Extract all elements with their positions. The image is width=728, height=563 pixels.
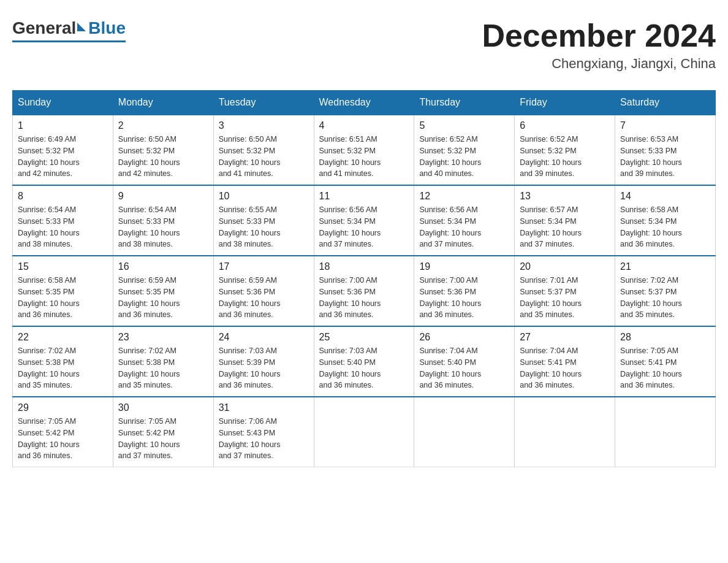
calendar-header-tuesday: Tuesday	[213, 91, 314, 115]
calendar-cell: 16 Sunrise: 6:59 AMSunset: 5:35 PMDaylig…	[113, 256, 213, 326]
day-info: Sunrise: 6:51 AMSunset: 5:32 PMDaylight:…	[319, 135, 381, 178]
day-number: 20	[520, 261, 610, 272]
day-info: Sunrise: 6:50 AMSunset: 5:32 PMDaylight:…	[219, 135, 281, 178]
day-number: 10	[219, 191, 309, 202]
calendar-cell: 17 Sunrise: 6:59 AMSunset: 5:36 PMDaylig…	[213, 256, 314, 326]
day-info: Sunrise: 7:05 AMSunset: 5:41 PMDaylight:…	[620, 347, 682, 389]
day-number: 5	[419, 120, 509, 131]
calendar-week-4: 22 Sunrise: 7:02 AMSunset: 5:38 PMDaylig…	[13, 326, 716, 397]
day-info: Sunrise: 6:54 AMSunset: 5:33 PMDaylight:…	[118, 205, 180, 248]
calendar-week-3: 15 Sunrise: 6:58 AMSunset: 5:35 PMDaylig…	[13, 256, 716, 326]
calendar-cell: 22 Sunrise: 7:02 AMSunset: 5:38 PMDaylig…	[13, 326, 113, 397]
calendar-cell	[414, 397, 515, 467]
day-info: Sunrise: 7:06 AMSunset: 5:43 PMDaylight:…	[219, 417, 281, 460]
day-number: 18	[319, 261, 409, 272]
day-info: Sunrise: 6:57 AMSunset: 5:34 PMDaylight:…	[520, 205, 582, 248]
day-info: Sunrise: 6:58 AMSunset: 5:34 PMDaylight:…	[620, 205, 682, 248]
day-info: Sunrise: 7:02 AMSunset: 5:38 PMDaylight:…	[118, 347, 180, 389]
calendar-week-1: 1 Sunrise: 6:49 AMSunset: 5:32 PMDayligh…	[13, 115, 716, 185]
calendar-week-2: 8 Sunrise: 6:54 AMSunset: 5:33 PMDayligh…	[13, 185, 716, 256]
calendar-cell: 23 Sunrise: 7:02 AMSunset: 5:38 PMDaylig…	[113, 326, 213, 397]
day-info: Sunrise: 7:03 AMSunset: 5:39 PMDaylight:…	[219, 347, 281, 389]
day-number: 29	[18, 402, 108, 413]
day-number: 23	[118, 332, 208, 343]
calendar-table: SundayMondayTuesdayWednesdayThursdayFrid…	[12, 90, 716, 467]
logo: General Blue	[12, 18, 126, 42]
day-number: 3	[219, 120, 309, 131]
day-number: 13	[520, 191, 610, 202]
calendar-cell: 26 Sunrise: 7:04 AMSunset: 5:40 PMDaylig…	[414, 326, 515, 397]
day-number: 1	[18, 120, 108, 131]
calendar-cell: 18 Sunrise: 7:00 AMSunset: 5:36 PMDaylig…	[314, 256, 414, 326]
day-number: 31	[219, 402, 309, 413]
day-number: 28	[620, 332, 710, 343]
calendar-cell: 7 Sunrise: 6:53 AMSunset: 5:33 PMDayligh…	[615, 115, 716, 185]
day-number: 15	[18, 261, 108, 272]
calendar-cell	[314, 397, 414, 467]
day-info: Sunrise: 6:56 AMSunset: 5:34 PMDaylight:…	[419, 205, 481, 248]
day-info: Sunrise: 7:03 AMSunset: 5:40 PMDaylight:…	[319, 347, 381, 389]
day-number: 17	[219, 261, 309, 272]
day-number: 9	[118, 191, 208, 202]
month-title: December 2024	[482, 18, 716, 53]
day-info: Sunrise: 7:04 AMSunset: 5:41 PMDaylight:…	[520, 347, 582, 389]
logo-blue-text: Blue	[88, 18, 126, 38]
calendar-cell	[615, 397, 716, 467]
day-number: 30	[118, 402, 208, 413]
logo-underline	[12, 40, 126, 42]
day-info: Sunrise: 6:52 AMSunset: 5:32 PMDaylight:…	[419, 135, 481, 178]
calendar-cell	[515, 397, 615, 467]
day-number: 16	[118, 261, 208, 272]
calendar-header-wednesday: Wednesday	[314, 91, 414, 115]
calendar-cell: 12 Sunrise: 6:56 AMSunset: 5:34 PMDaylig…	[414, 185, 515, 256]
calendar-cell: 8 Sunrise: 6:54 AMSunset: 5:33 PMDayligh…	[13, 185, 113, 256]
calendar-cell: 20 Sunrise: 7:01 AMSunset: 5:37 PMDaylig…	[515, 256, 615, 326]
day-number: 14	[620, 191, 710, 202]
day-number: 4	[319, 120, 409, 131]
day-info: Sunrise: 6:59 AMSunset: 5:36 PMDaylight:…	[219, 276, 281, 319]
calendar-week-5: 29 Sunrise: 7:05 AMSunset: 5:42 PMDaylig…	[13, 397, 716, 467]
day-info: Sunrise: 6:58 AMSunset: 5:35 PMDaylight:…	[18, 276, 80, 319]
calendar-cell: 15 Sunrise: 6:58 AMSunset: 5:35 PMDaylig…	[13, 256, 113, 326]
calendar-cell: 14 Sunrise: 6:58 AMSunset: 5:34 PMDaylig…	[615, 185, 716, 256]
calendar-cell: 1 Sunrise: 6:49 AMSunset: 5:32 PMDayligh…	[13, 115, 113, 185]
day-info: Sunrise: 7:00 AMSunset: 5:36 PMDaylight:…	[319, 276, 381, 319]
day-info: Sunrise: 6:53 AMSunset: 5:33 PMDaylight:…	[620, 135, 682, 178]
day-number: 22	[18, 332, 108, 343]
page-header: General Blue December 2024 Chengxiang, J…	[12, 12, 716, 78]
day-info: Sunrise: 7:02 AMSunset: 5:38 PMDaylight:…	[18, 347, 80, 389]
calendar-header-thursday: Thursday	[414, 91, 515, 115]
day-info: Sunrise: 6:54 AMSunset: 5:33 PMDaylight:…	[18, 205, 80, 248]
day-info: Sunrise: 7:05 AMSunset: 5:42 PMDaylight:…	[118, 417, 180, 460]
day-info: Sunrise: 6:49 AMSunset: 5:32 PMDaylight:…	[18, 135, 80, 178]
day-number: 8	[18, 191, 108, 202]
calendar-cell: 5 Sunrise: 6:52 AMSunset: 5:32 PMDayligh…	[414, 115, 515, 185]
calendar-cell: 13 Sunrise: 6:57 AMSunset: 5:34 PMDaylig…	[515, 185, 615, 256]
calendar-cell: 10 Sunrise: 6:55 AMSunset: 5:33 PMDaylig…	[213, 185, 314, 256]
location-title: Chengxiang, Jiangxi, China	[482, 56, 716, 72]
day-number: 21	[620, 261, 710, 272]
calendar-cell: 9 Sunrise: 6:54 AMSunset: 5:33 PMDayligh…	[113, 185, 213, 256]
day-number: 2	[118, 120, 208, 131]
calendar-cell: 2 Sunrise: 6:50 AMSunset: 5:32 PMDayligh…	[113, 115, 213, 185]
day-info: Sunrise: 7:02 AMSunset: 5:37 PMDaylight:…	[620, 276, 682, 319]
calendar-header-friday: Friday	[515, 91, 615, 115]
day-number: 19	[419, 261, 509, 272]
day-info: Sunrise: 6:56 AMSunset: 5:34 PMDaylight:…	[319, 205, 381, 248]
day-number: 24	[219, 332, 309, 343]
calendar-header-row: SundayMondayTuesdayWednesdayThursdayFrid…	[13, 91, 716, 115]
calendar-cell: 24 Sunrise: 7:03 AMSunset: 5:39 PMDaylig…	[213, 326, 314, 397]
day-info: Sunrise: 7:05 AMSunset: 5:42 PMDaylight:…	[18, 417, 80, 460]
day-number: 7	[620, 120, 710, 131]
day-info: Sunrise: 6:52 AMSunset: 5:32 PMDaylight:…	[520, 135, 582, 178]
calendar-header-saturday: Saturday	[615, 91, 716, 115]
day-number: 6	[520, 120, 610, 131]
calendar-cell: 25 Sunrise: 7:03 AMSunset: 5:40 PMDaylig…	[314, 326, 414, 397]
day-number: 27	[520, 332, 610, 343]
day-info: Sunrise: 6:55 AMSunset: 5:33 PMDaylight:…	[219, 205, 281, 248]
calendar-header-sunday: Sunday	[13, 91, 113, 115]
day-number: 12	[419, 191, 509, 202]
day-number: 11	[319, 191, 409, 202]
day-info: Sunrise: 7:00 AMSunset: 5:36 PMDaylight:…	[419, 276, 481, 319]
calendar-cell: 31 Sunrise: 7:06 AMSunset: 5:43 PMDaylig…	[213, 397, 314, 467]
